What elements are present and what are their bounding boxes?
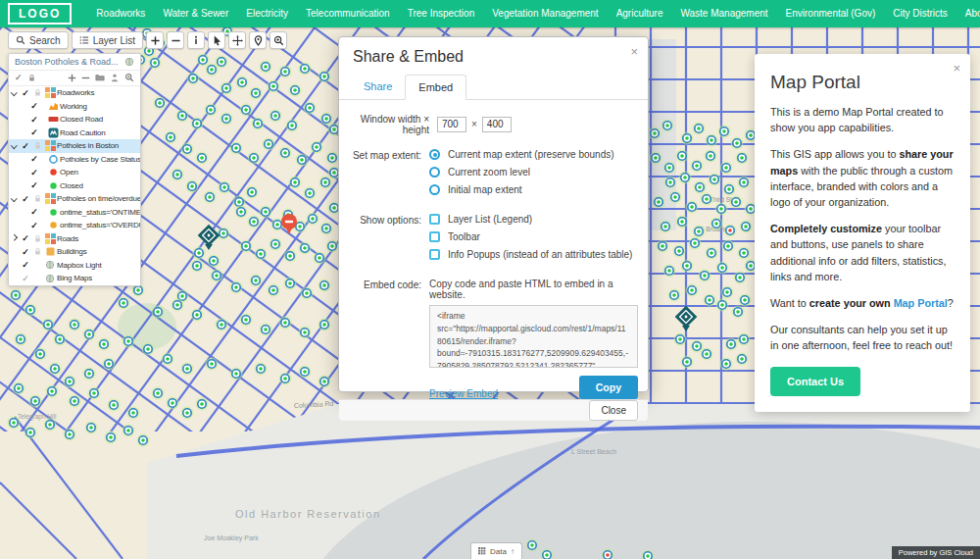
pothole-marker[interactable]	[686, 201, 699, 214]
layer-item-bing-maps[interactable]: ✓Bing Maps	[9, 272, 140, 285]
pothole-marker[interactable]	[196, 398, 209, 411]
pothole-marker[interactable]	[240, 240, 253, 253]
radio-icon[interactable]	[429, 149, 440, 160]
pothole-marker[interactable]	[284, 250, 297, 263]
pothole-marker[interactable]	[64, 376, 76, 388]
pothole-marker[interactable]	[196, 152, 209, 165]
layer-checkbox[interactable]: ✓	[28, 180, 40, 190]
pothole-marker[interactable]	[299, 327, 312, 339]
layer-item-buildings[interactable]: ✓Buildings	[9, 245, 140, 259]
pothole-marker[interactable]	[705, 150, 717, 163]
pothole-marker[interactable]	[663, 265, 676, 278]
pothole-marker[interactable]	[660, 221, 672, 233]
pothole-marker[interactable]	[739, 294, 752, 307]
pothole-marker[interactable]	[320, 223, 333, 235]
pothole-marker[interactable]	[701, 193, 713, 206]
pothole-marker[interactable]	[653, 196, 665, 209]
pothole-marker[interactable]	[720, 162, 733, 175]
zoom-layer-icon[interactable]	[124, 73, 134, 82]
mosaic-swatch-icon[interactable]	[43, 193, 57, 204]
pothole-marker[interactable]	[676, 216, 689, 229]
extent-radio-2[interactable]: Initial map extent	[429, 184, 614, 195]
modal-close-icon[interactable]: ×	[630, 44, 638, 59]
pothole-marker[interactable]	[260, 61, 272, 74]
pothole-marker[interactable]	[725, 338, 738, 351]
mosaic-swatch-icon[interactable]	[43, 233, 57, 244]
pothole-marker[interactable]	[279, 373, 292, 385]
pothole-marker[interactable]	[240, 314, 253, 327]
pothole-marker[interactable]	[279, 147, 292, 160]
pothole-marker[interactable]	[181, 407, 194, 420]
pothole-marker[interactable]	[10, 289, 23, 302]
pothole-marker[interactable]	[235, 206, 248, 219]
pothole-marker[interactable]	[706, 134, 718, 147]
layer-checkbox[interactable]: ✓	[28, 154, 40, 164]
layer-item-working[interactable]: ✓Working	[9, 100, 140, 114]
pothole-marker[interactable]	[54, 333, 67, 346]
pothole-marker[interactable]	[268, 80, 280, 93]
layer-checkbox[interactable]: ✓	[20, 141, 31, 151]
pothole-marker[interactable]	[738, 177, 751, 189]
pan-button[interactable]	[228, 31, 246, 49]
pothole-marker[interactable]	[304, 102, 317, 115]
pothole-marker[interactable]	[740, 221, 753, 233]
pothole-marker[interactable]	[730, 196, 743, 209]
layer-item-roads[interactable]: ✓Roads	[9, 232, 140, 246]
show-option-checkbox-1[interactable]: Toolbar	[429, 231, 632, 242]
pothole-marker[interactable]	[127, 407, 140, 420]
pothole-marker[interactable]	[118, 297, 130, 310]
width-input[interactable]	[437, 117, 466, 132]
pothole-marker[interactable]	[720, 358, 733, 371]
pothole-marker[interactable]	[299, 242, 312, 255]
pothole-marker[interactable]	[103, 358, 116, 371]
pothole-marker[interactable]	[172, 299, 184, 312]
pothole-marker[interactable]	[270, 238, 282, 251]
pothole-marker[interactable]	[172, 169, 184, 181]
layer-item-potholes-in-boston[interactable]: ✓Potholes in Boston	[9, 139, 140, 153]
pothole-marker[interactable]	[270, 110, 282, 123]
pothole-marker[interactable]	[657, 240, 669, 253]
expand-icon[interactable]	[9, 198, 20, 201]
layer-list-button[interactable]: Layer List	[72, 31, 143, 49]
pothole-marker[interactable]	[142, 343, 155, 356]
pothole-marker[interactable]	[13, 382, 25, 395]
pothole-marker[interactable]	[734, 272, 747, 284]
layer-item-roadworks[interactable]: ✓Roadworks	[9, 86, 140, 100]
pothole-marker[interactable]	[311, 141, 323, 154]
app-logo[interactable]: LOGO	[8, 3, 72, 25]
pothole-marker[interactable]	[197, 54, 210, 67]
pothole-marker[interactable]	[49, 363, 62, 376]
zoom-out-button[interactable]	[167, 31, 184, 49]
pothole-marker[interactable]	[208, 255, 220, 268]
caution-swatch-icon[interactable]	[46, 127, 60, 138]
pothole-marker[interactable]	[122, 425, 135, 437]
nav-item-telecommunication[interactable]: Telecommunication	[297, 0, 399, 27]
pothole-marker[interactable]	[162, 353, 174, 366]
pothole-marker[interactable]	[706, 247, 718, 260]
pothole-marker[interactable]	[689, 237, 702, 250]
pothole-marker[interactable]	[318, 376, 331, 388]
data-grid-toggle[interactable]: Data ↑	[470, 542, 522, 559]
nav-item-vegetation-management[interactable]: Vegetation Management	[483, 0, 607, 27]
dot-orange-swatch-icon[interactable]	[46, 220, 60, 230]
check-all-icon[interactable]: ✓	[15, 73, 23, 82]
pothole-marker[interactable]	[181, 363, 194, 376]
dot-green-swatch-icon[interactable]	[46, 207, 60, 218]
pothole-marker[interactable]	[681, 260, 694, 273]
pothole-marker[interactable]	[191, 118, 204, 130]
contact-us-button[interactable]: Contact Us	[770, 367, 860, 396]
pothole-marker[interactable]	[152, 306, 165, 319]
pothole-marker[interactable]	[694, 181, 707, 194]
pothole-marker[interactable]	[108, 399, 121, 412]
working-swatch-icon[interactable]	[46, 101, 60, 112]
pothole-marker[interactable]	[260, 206, 272, 219]
pothole-marker[interactable]	[83, 368, 96, 381]
radio-icon[interactable]	[429, 167, 440, 178]
pothole-marker[interactable]	[260, 324, 272, 336]
pothole-marker[interactable]	[268, 284, 280, 297]
layer-item-ontime-status-ontime[interactable]: ✓ontime_status='ONTIME'	[9, 206, 140, 220]
pothole-marker[interactable]	[314, 252, 326, 265]
closed-road-swatch-icon[interactable]	[46, 114, 60, 125]
pothole-marker[interactable]	[255, 363, 268, 376]
pothole-marker[interactable]	[731, 137, 744, 150]
